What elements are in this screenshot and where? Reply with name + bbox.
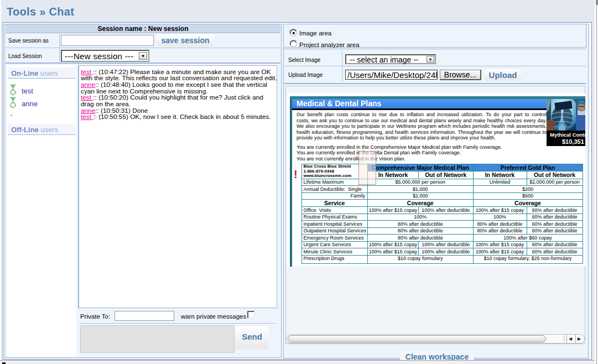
svg-text:Mythical Contr: Mythical Contr [550, 132, 585, 138]
svg-text:$10,351: $10,351 [562, 138, 584, 145]
